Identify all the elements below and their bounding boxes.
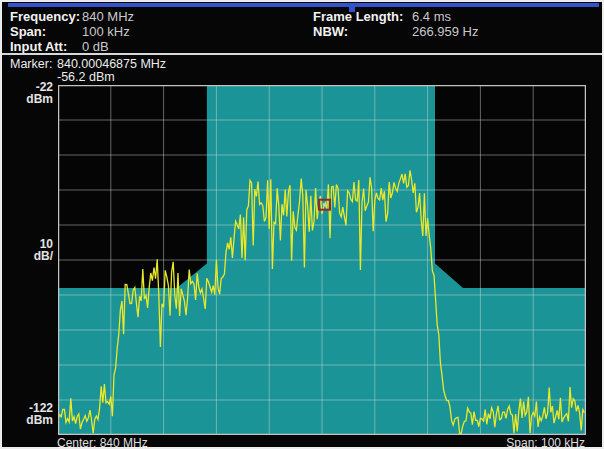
span-value: 100 kHz — [82, 24, 130, 39]
center-frequency-annotation: Center: 840 MHz — [57, 436, 148, 449]
y-axis-scale-label: 10 dB/ — [2, 238, 53, 262]
marker-amplitude: -56.2 dBm — [57, 70, 115, 84]
top-accent-strip — [8, 3, 599, 7]
frequency-value: 840 MHz — [82, 9, 134, 24]
ref-level-unit: dBm — [26, 92, 53, 106]
marker-dot — [323, 203, 326, 206]
graticule — [58, 85, 586, 435]
spectrum-plot — [58, 85, 586, 435]
span-annotation: Span: 100 kHz — [506, 436, 585, 449]
marker-label: Marker: — [10, 57, 52, 71]
marker-frequency: 840.00046875 MHz — [57, 57, 166, 71]
bottom-level-unit: dBm — [26, 413, 53, 427]
nbw-label: NBW: — [313, 24, 348, 39]
input-att-value: 0 dB — [82, 39, 109, 54]
input-att-label: Input Att: — [10, 39, 67, 54]
y-axis-bottom-label: -122 dBm — [2, 402, 53, 426]
spectrum-analyzer-screen: Frequency: 840 MHz Span: 100 kHz Input A… — [0, 0, 604, 449]
frame-length-label: Frame Length: — [313, 9, 403, 24]
header-separator — [2, 53, 602, 55]
frequency-label: Frequency: — [10, 9, 80, 24]
y-axis-top-label: -22 dBm — [2, 81, 53, 105]
span-label: Span: — [10, 24, 46, 39]
frame-length-value: 6.4 ms — [412, 9, 451, 24]
nbw-value: 266.959 Hz — [412, 24, 479, 39]
scale-per-div-unit: dB/ — [34, 249, 53, 263]
